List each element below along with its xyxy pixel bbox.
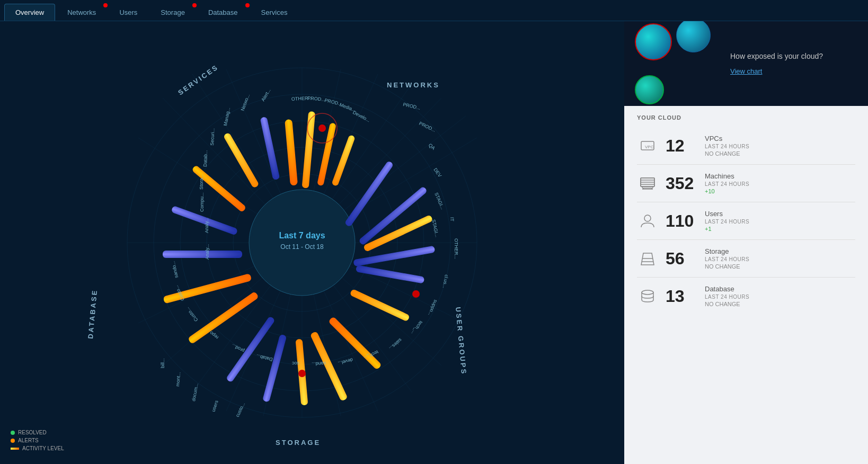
users-24h: LAST 24 HOURS bbox=[705, 219, 749, 225]
stat-database: 13 Database LAST 24 HOURS NO CHANGE bbox=[637, 278, 855, 315]
storage-24h: LAST 24 HOURS bbox=[705, 256, 749, 262]
storage-change: NO CHANGE bbox=[705, 263, 749, 270]
legend-activity: ACTIVITY LEVEL bbox=[11, 445, 64, 451]
database-icon bbox=[637, 285, 658, 307]
svg-text:soc: soc bbox=[291, 361, 299, 366]
database-label: Database bbox=[705, 285, 749, 293]
bubble-network bbox=[676, 21, 711, 52]
chart-center-label: Last 7 days bbox=[279, 231, 325, 240]
machines-icon bbox=[637, 173, 658, 194]
tab-networks[interactable]: Networks bbox=[56, 4, 107, 21]
chart-center-sublabel: Oct 11 - Oct 18 bbox=[280, 243, 324, 251]
radar-chart: SERVICES NETWORKS USER GROUPS STORAGE DA… bbox=[0, 21, 624, 464]
chart-area: SERVICES NETWORKS USER GROUPS STORAGE DA… bbox=[0, 21, 624, 464]
your-cloud-section: YOUR CLOUD VPC 12 VPCs LAST 24 HOURS NO … bbox=[624, 106, 868, 464]
svg-text:Compu...: Compu... bbox=[199, 192, 205, 212]
machines-change: +10 bbox=[705, 188, 749, 194]
alert-dot bbox=[245, 3, 250, 7]
database-count: 13 bbox=[666, 288, 697, 305]
bubble-vpc bbox=[635, 23, 672, 60]
tab-overview[interactable]: Overview bbox=[4, 4, 55, 21]
database-change: NO CHANGE bbox=[705, 301, 749, 307]
machines-details: Machines LAST 24 HOURS +10 bbox=[705, 172, 749, 194]
users-details: Users LAST 24 HOURS +1 bbox=[705, 210, 749, 232]
svg-text:sand...: sand... bbox=[312, 361, 326, 367]
storage-icon bbox=[637, 248, 658, 269]
alerts-label: ALERTS bbox=[18, 438, 39, 443]
cloud-exposure-text: How exposed is your cloud? View chart bbox=[730, 51, 823, 77]
tab-bar: Overview Networks Users Storage Database… bbox=[0, 0, 868, 21]
stat-vpcs: VPC 12 VPCs LAST 24 HOURS NO CHANGE bbox=[637, 127, 855, 165]
svg-text:Analy...: Analy... bbox=[205, 244, 210, 260]
machines-24h: LAST 24 HOURS bbox=[705, 181, 749, 187]
svg-rect-49 bbox=[163, 251, 242, 258]
main-content: SERVICES NETWORKS USER GROUPS STORAGE DA… bbox=[0, 21, 868, 464]
storage-details: Storage LAST 24 HOURS NO CHANGE bbox=[705, 247, 749, 270]
svg-point-31 bbox=[252, 192, 352, 293]
alerts-dot bbox=[11, 439, 15, 443]
view-chart-link[interactable]: View chart bbox=[730, 66, 823, 77]
storage-label: STORAGE bbox=[276, 439, 321, 447]
svg-point-56 bbox=[412, 290, 420, 298]
legend-resolved: RESOLVED bbox=[11, 430, 64, 435]
vpc-details: VPCs LAST 24 HOURS NO CHANGE bbox=[705, 135, 749, 157]
vpc-icon: VPC bbox=[637, 135, 658, 156]
svg-text:bill...: bill... bbox=[160, 358, 165, 368]
activity-line bbox=[11, 448, 19, 450]
cloud-preview: How exposed is your cloud? View chart bbox=[624, 21, 868, 106]
stat-storage: 56 Storage LAST 24 HOURS NO CHANGE bbox=[637, 240, 855, 278]
users-count: 110 bbox=[666, 212, 697, 229]
tab-users[interactable]: Users bbox=[108, 4, 148, 21]
svg-text:VPC: VPC bbox=[645, 145, 654, 149]
svg-text:Stora...: Stora... bbox=[199, 174, 204, 190]
users-icon bbox=[637, 210, 658, 231]
cloud-bubbles bbox=[635, 23, 720, 104]
legend-alerts: ALERTS bbox=[11, 438, 64, 443]
svg-point-110 bbox=[644, 215, 651, 221]
alert-dot bbox=[103, 3, 108, 7]
machines-label: Machines bbox=[705, 172, 749, 180]
svg-text:IT: IT bbox=[449, 217, 455, 222]
legend: RESOLVED ALERTS ACTIVITY LEVEL bbox=[11, 430, 64, 453]
storage-count: 56 bbox=[666, 250, 697, 267]
your-cloud-title: YOUR CLOUD bbox=[637, 114, 855, 121]
svg-point-55 bbox=[318, 124, 326, 132]
bubble-storage bbox=[635, 75, 664, 104]
svg-text:Securi...: Securi... bbox=[209, 128, 216, 146]
database-details: Database LAST 24 HOURS NO CHANGE bbox=[705, 285, 749, 307]
alert-dot bbox=[192, 3, 197, 7]
networks-label: NETWORKS bbox=[387, 81, 440, 89]
tab-storage[interactable]: Storage bbox=[149, 4, 196, 21]
svg-text:Datab...: Datab... bbox=[202, 150, 208, 167]
svg-text:Analy...: Analy... bbox=[204, 218, 209, 233]
svg-point-57 bbox=[298, 370, 306, 377]
resolved-label: RESOLVED bbox=[18, 430, 47, 435]
machines-count: 352 bbox=[666, 175, 697, 192]
users-change: +1 bbox=[705, 226, 749, 232]
database-24h: LAST 24 HOURS bbox=[705, 294, 749, 300]
resolved-dot bbox=[11, 431, 15, 435]
svg-point-113 bbox=[642, 290, 653, 295]
activity-label: ACTIVITY LEVEL bbox=[22, 445, 64, 451]
users-label: Users bbox=[705, 210, 749, 218]
storage-label: Storage bbox=[705, 247, 749, 255]
vpc-24h: LAST 24 HOURS bbox=[705, 144, 749, 149]
svg-rect-106 bbox=[642, 186, 653, 188]
svg-text:OTHER...: OTHER... bbox=[454, 238, 459, 259]
stat-machines: 352 Machines LAST 24 HOURS +10 bbox=[637, 165, 855, 202]
tab-services[interactable]: Services bbox=[250, 4, 299, 21]
vpc-change: NO CHANGE bbox=[705, 150, 749, 157]
right-panel: How exposed is your cloud? View chart YO… bbox=[624, 21, 868, 464]
tab-database[interactable]: Database bbox=[197, 4, 249, 21]
vpc-count: 12 bbox=[666, 137, 697, 154]
vpc-label: VPCs bbox=[705, 135, 749, 142]
stat-users: 110 Users LAST 24 HOURS +1 bbox=[637, 202, 855, 240]
